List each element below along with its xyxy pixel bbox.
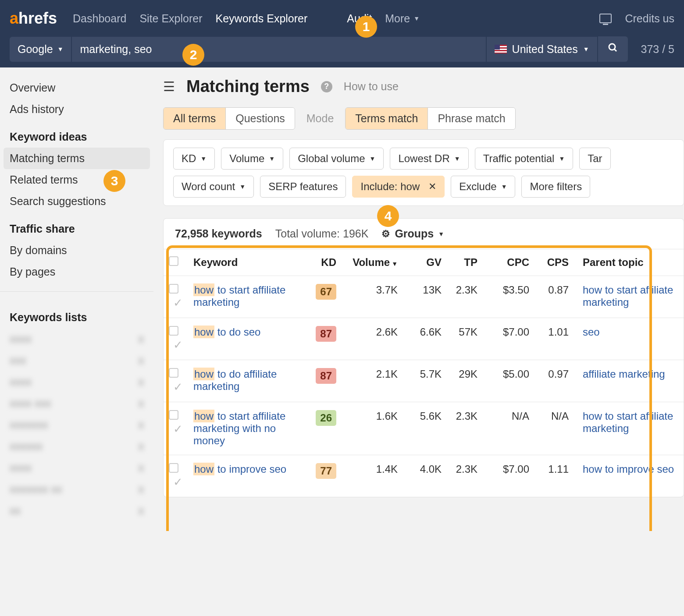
filter-more[interactable]: More filters <box>521 176 590 198</box>
groups-button[interactable]: ⚙ Groups ▼ <box>381 227 444 240</box>
filters-panel: KD▼ Volume▼ Global volume▼ Lowest DR▼ Tr… <box>163 139 684 206</box>
sidebar-search-suggestions[interactable]: Search suggestions <box>0 191 153 212</box>
how-to-use-link[interactable]: How to use <box>344 80 399 93</box>
filter-target[interactable]: Tar <box>579 148 610 170</box>
tab-phrase-match[interactable]: Phrase match <box>428 108 515 129</box>
help-icon[interactable]: ? <box>321 81 332 92</box>
col-cpc[interactable]: CPC <box>491 249 534 276</box>
sort-desc-icon: ▼ <box>392 260 398 267</box>
search-engine-select[interactable]: Google ▼ <box>10 37 71 62</box>
check-icon: ✓ <box>173 338 183 351</box>
sidebar-overview[interactable]: Overview <box>0 77 153 99</box>
keyword-cell[interactable]: how to start affiliate marketing <box>188 276 306 318</box>
keyword-input[interactable]: marketing, seo <box>72 37 485 62</box>
country-select[interactable]: United States ▼ <box>487 37 597 62</box>
filter-include-how[interactable]: Include: how ✕ <box>352 176 445 198</box>
filter-exclude[interactable]: Exclude▼ <box>451 176 515 198</box>
tab-terms-match[interactable]: Terms match <box>346 108 428 129</box>
search-button[interactable] <box>598 36 628 62</box>
volume-cell: 1.4K <box>342 455 403 497</box>
nav-site-explorer[interactable]: Site Explorer <box>139 12 202 25</box>
row-checkbox[interactable] <box>169 284 178 294</box>
filter-more-label: More filters <box>530 181 582 193</box>
cpc-cell: $7.00 <box>491 455 534 497</box>
list-item: xxx <box>0 500 153 521</box>
col-parent[interactable]: Parent topic <box>574 249 684 276</box>
table-row: ✓how to start affiliate marketing673.7K1… <box>164 276 684 318</box>
annotation-4: 4 <box>377 205 399 227</box>
gv-cell: 6.6K <box>403 318 447 360</box>
sidebar-by-pages[interactable]: By pages <box>0 261 153 283</box>
parent-cell[interactable]: seo <box>574 318 684 360</box>
keyword-cell[interactable]: how to improve seo <box>188 455 306 497</box>
keyword-cell[interactable]: how to do seo <box>188 318 306 360</box>
tab-all-terms[interactable]: All terms <box>164 108 226 129</box>
volume-cell: 2.1K <box>342 360 403 402</box>
kd-badge: 26 <box>316 410 336 426</box>
table-row: ✓how to improve seo771.4K4.0K2.3K$7.001.… <box>164 455 684 497</box>
col-tp[interactable]: TP <box>447 249 491 276</box>
sidebar-ads-history[interactable]: Ads history <box>0 99 153 120</box>
nav-dashboard[interactable]: Dashboard <box>73 12 126 25</box>
filter-volume[interactable]: Volume▼ <box>221 148 283 170</box>
tabs-row: All terms Questions Mode Terms match Phr… <box>163 107 684 130</box>
filter-word-count[interactable]: Word count▼ <box>173 176 254 198</box>
sidebar-by-domains[interactable]: By domains <box>0 240 153 261</box>
col-keyword[interactable]: Keyword <box>188 249 306 276</box>
volume-cell: 2.6K <box>342 318 403 360</box>
col-cps[interactable]: CPS <box>534 249 574 276</box>
keyword-cell[interactable]: how to start affiliate marketing with no… <box>188 402 306 455</box>
row-checkbox[interactable] <box>169 326 178 336</box>
cps-cell: N/A <box>534 402 574 455</box>
page-header: ☰ Matching terms ? How to use <box>163 77 684 96</box>
filter-traffic-potential[interactable]: Traffic potential▼ <box>475 148 574 170</box>
sidebar-matching-terms[interactable]: Matching terms <box>4 148 150 169</box>
menu-icon[interactable]: ☰ <box>163 79 175 94</box>
chevron-down-icon: ▼ <box>559 155 565 162</box>
tp-cell: 2.3K <box>447 455 491 497</box>
list-item: xxxxx <box>0 328 153 350</box>
col-kd[interactable]: KD <box>306 249 342 276</box>
filter-lowest-dr[interactable]: Lowest DR▼ <box>390 148 468 170</box>
parent-cell[interactable]: how to start affiliate marketing <box>574 276 684 318</box>
nav-keywords-explorer[interactable]: Keywords Explorer <box>216 12 308 25</box>
table-row: ✓how to do affiliate marketing872.1K5.7K… <box>164 360 684 402</box>
gv-cell: 5.6K <box>403 402 447 455</box>
search-bar: Google ▼ marketing, seo United States ▼ … <box>0 37 684 67</box>
sidebar-related-terms[interactable]: Related terms <box>0 169 153 191</box>
content: ☰ Matching terms ? How to use All terms … <box>153 67 684 531</box>
cps-cell: 1.01 <box>534 318 574 360</box>
list-item: xxxxxxx xxx <box>0 478 153 500</box>
col-volume[interactable]: Volume▼ <box>342 249 403 276</box>
list-item: xxxxx <box>0 457 153 478</box>
check-icon: ✓ <box>173 475 183 489</box>
list-item: xxxxx <box>0 371 153 393</box>
groups-label: Groups <box>395 227 434 240</box>
filter-serp-features[interactable]: SERP features <box>260 176 346 198</box>
logo[interactable]: ahrefs <box>10 9 57 28</box>
row-checkbox[interactable] <box>169 368 178 378</box>
table-container: Keyword KD Volume▼ GV TP CPC CPS Parent … <box>164 249 684 497</box>
us-flag-icon <box>495 45 507 53</box>
row-checkbox[interactable] <box>169 463 178 473</box>
credits-label[interactable]: Credits us <box>625 12 674 25</box>
keyword-cell[interactable]: how to do affiliate marketing <box>188 360 306 402</box>
col-volume-label: Volume <box>353 256 390 268</box>
cpc-cell: $7.00 <box>491 318 534 360</box>
check-icon: ✓ <box>173 380 183 393</box>
tab-questions[interactable]: Questions <box>226 108 295 129</box>
main: Overview Ads history Keyword ideas Match… <box>0 67 684 531</box>
sidebar-heading-lists: Keywords lists <box>0 301 153 328</box>
filter-global-volume[interactable]: Global volume▼ <box>289 148 384 170</box>
filter-kd[interactable]: KD▼ <box>173 148 215 170</box>
row-checkbox[interactable] <box>169 410 178 420</box>
monitor-icon[interactable] <box>599 14 612 23</box>
select-all-checkbox[interactable] <box>169 256 178 266</box>
parent-cell[interactable]: how to start affiliate marketing <box>574 402 684 455</box>
nav-more[interactable]: More ▼ <box>385 12 420 25</box>
keyword-highlight: how <box>193 410 214 422</box>
close-icon[interactable]: ✕ <box>428 181 436 192</box>
col-gv[interactable]: GV <box>403 249 447 276</box>
parent-cell[interactable]: affiliate marketing <box>574 360 684 402</box>
parent-cell[interactable]: how to improve seo <box>574 455 684 497</box>
